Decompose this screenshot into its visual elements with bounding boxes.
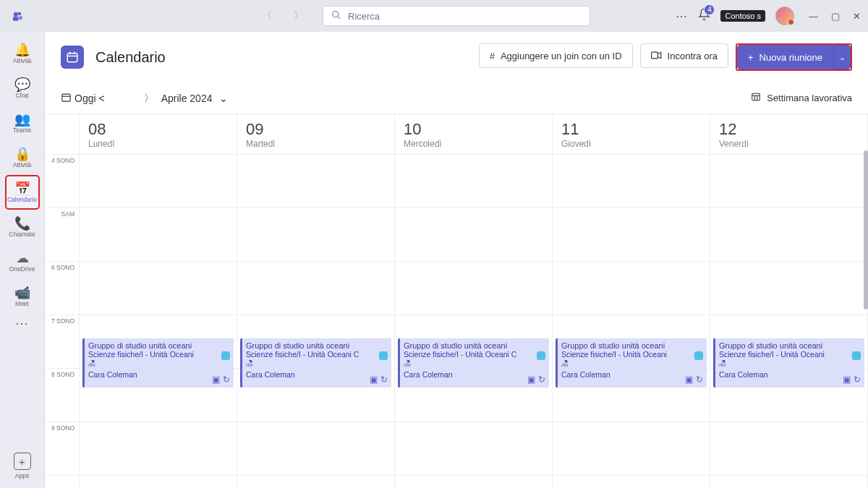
new-meeting-chevron[interactable]: ⌄ (833, 45, 851, 69)
maximize-icon[interactable]: ▢ (831, 11, 840, 22)
chevron-down-icon[interactable]: ⌄ (219, 93, 228, 104)
time-slot[interactable] (710, 208, 867, 262)
month-navigator[interactable]: 〉 Aprile 2024 ⌄ (144, 92, 229, 105)
time-slot[interactable] (237, 422, 394, 476)
rail-teams-label: Teams (13, 127, 31, 134)
chevron-right-icon[interactable]: 〉 (144, 92, 154, 105)
meet-now-button[interactable]: Incontra ora (640, 43, 728, 68)
time-slot[interactable] (710, 155, 867, 208)
rail-meet[interactable]: 📹Meet (5, 279, 40, 314)
time-slot[interactable] (553, 155, 710, 208)
day-column[interactable]: Gruppo di studio unità oceani Scienze fi… (553, 155, 710, 488)
event-type-icon (379, 351, 388, 360)
rail-calls-label: Chiamate (9, 231, 35, 238)
scrollbar-thumb[interactable] (864, 150, 868, 309)
svg-rect-13 (752, 93, 760, 100)
search-input[interactable] (323, 6, 590, 26)
day-column[interactable]: Gruppo di studio unità oceani Scienze fi… (710, 155, 868, 488)
apps-button[interactable]: + (14, 453, 31, 470)
event-organizer: Cara Coleman (404, 370, 545, 379)
svg-point-0 (18, 12, 22, 16)
rail-teams-icon: 👥 (14, 113, 30, 126)
svg-rect-11 (62, 94, 70, 101)
event-organizer: Cara Coleman (246, 370, 388, 379)
time-slot[interactable] (710, 262, 867, 315)
event-type-icon (537, 351, 545, 360)
time-slot[interactable] (395, 155, 552, 208)
back-icon[interactable]: 〈 (262, 9, 272, 22)
time-slot[interactable] (553, 208, 710, 262)
forward-icon[interactable]: 〉 (294, 9, 304, 22)
event-subtitle: Scienze fisiche/I - Unità Oceani (719, 350, 861, 359)
event-chat-icon[interactable]: ▣ (685, 374, 693, 385)
event-chat-icon[interactable]: ▣ (527, 374, 535, 385)
rail-chat-icon: 💬 (14, 78, 30, 91)
new-meeting-label: Nuova riunione (760, 52, 822, 63)
calendar-event[interactable]: Gruppo di studio unità oceani Scienze fi… (82, 338, 234, 388)
avatar[interactable] (775, 7, 794, 25)
time-slot[interactable] (80, 262, 237, 315)
today-button[interactable]: Oggi < (61, 92, 105, 105)
time-slot[interactable] (80, 155, 237, 208)
month-label: Aprile 2024 (161, 93, 213, 104)
calendar-event[interactable]: Gruppo di studio unità oceani Scienze fi… (240, 338, 391, 388)
join-with-id-button[interactable]: # Aggiungere un join con un ID (479, 43, 633, 68)
more-icon[interactable]: ⋯ (676, 9, 688, 23)
grid-scroll[interactable]: 4 SONOSAM6 SONO7 SONO8 SONO9 SONO Gruppo… (45, 155, 868, 488)
time-slot[interactable] (395, 422, 552, 476)
time-slot[interactable] (710, 422, 867, 476)
event-title: Gruppo di studio unità oceani (404, 341, 545, 350)
channel-icon: 🏖 (246, 359, 388, 367)
time-slot[interactable] (80, 422, 237, 476)
event-recurring-icon: ↻ (223, 374, 230, 385)
event-chat-icon[interactable]: ▣ (843, 374, 851, 385)
time-slot[interactable] (237, 262, 394, 315)
notifications-icon[interactable]: 4 (698, 8, 710, 24)
day-column[interactable]: Gruppo di studio unità oceani Scienze fi… (395, 155, 553, 488)
rail-calendar[interactable]: 📅Calendario (5, 175, 40, 210)
search-container (323, 6, 590, 26)
minimize-icon[interactable]: — (809, 11, 818, 22)
time-slot[interactable] (395, 208, 552, 262)
time-slot[interactable] (237, 208, 394, 262)
view-selector[interactable]: Settimana lavorativa (751, 92, 852, 104)
calendar-event[interactable]: Gruppo di studio unità oceani Scienze fi… (556, 338, 707, 388)
event-chat-icon[interactable]: ▣ (212, 374, 220, 385)
day-column[interactable]: Gruppo di studio unità oceani Scienze fi… (237, 155, 395, 488)
apps-label: Apps (15, 472, 29, 479)
day-header: 09Martedì (237, 114, 395, 154)
time-slot[interactable] (395, 262, 552, 315)
time-label: 4 SONO (45, 155, 79, 208)
event-title: Gruppo di studio unità oceani (246, 341, 388, 350)
time-slot[interactable] (553, 262, 710, 315)
rail-more-icon[interactable]: ⋯ (15, 315, 29, 331)
rail-teams[interactable]: 👥Teams (5, 106, 40, 140)
rail-assignments-icon: 🔒 (14, 147, 30, 160)
calendar-event[interactable]: Gruppo di studio unità oceani Scienze fi… (713, 338, 864, 388)
rail-onedrive[interactable]: ☁OneDrive (5, 244, 40, 279)
calendar-today-icon (61, 92, 72, 105)
time-slot[interactable] (80, 208, 237, 262)
time-label: 8 SONO (45, 369, 79, 422)
rail-chat[interactable]: 💬Chat (5, 71, 40, 106)
event-chat-icon[interactable]: ▣ (370, 374, 378, 385)
new-meeting-button[interactable]: + Nuova riunione (737, 45, 833, 69)
new-meeting-highlight: + Nuova riunione ⌄ (736, 43, 852, 71)
teams-logo-icon (9, 7, 26, 25)
rail-onedrive-icon: ☁ (16, 252, 29, 265)
time-slot[interactable] (237, 155, 394, 208)
day-column[interactable]: Gruppo di studio unità oceani Scienze fi… (80, 155, 237, 488)
rail-assignments[interactable]: 🔒Attività (5, 140, 40, 175)
calendar-event[interactable]: Gruppo di studio unità oceani Scienze fi… (398, 338, 549, 388)
event-subtitle: Scienze fisiche/I - Unità Oceani C (404, 350, 545, 359)
day-header: 10Mercoledì (395, 114, 553, 154)
rail-calls[interactable]: 📞Chiamate (5, 210, 40, 244)
close-icon[interactable]: ✕ (853, 11, 861, 22)
time-gutter: 4 SONOSAM6 SONO7 SONO8 SONO9 SONO (45, 155, 80, 488)
event-subtitle: Scienze fisiche/I - Unità Oceani (88, 350, 230, 359)
channel-icon: 🏖 (719, 359, 861, 367)
svg-rect-10 (651, 52, 658, 59)
rail-meet-label: Meet (15, 301, 29, 307)
time-slot[interactable] (553, 422, 710, 476)
rail-activity[interactable]: 🔔Attività (5, 36, 40, 71)
